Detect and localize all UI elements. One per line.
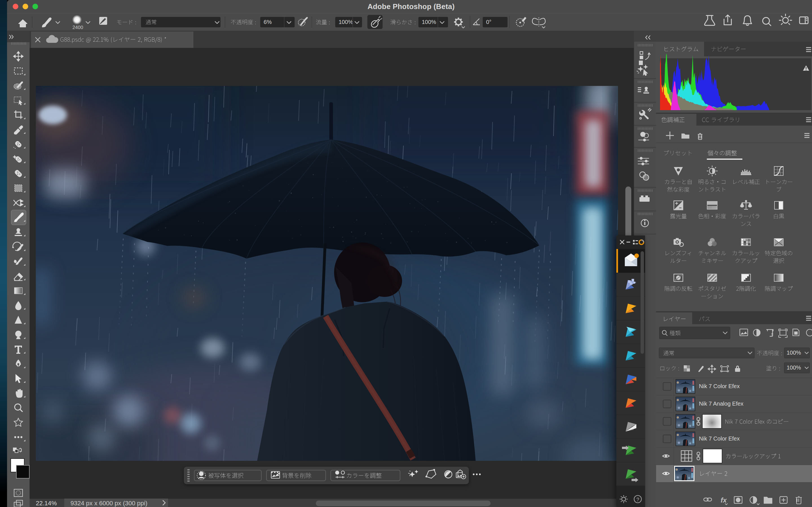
svg-text:?: ? (637, 497, 639, 503)
svg-text:fx: fx (721, 496, 727, 504)
